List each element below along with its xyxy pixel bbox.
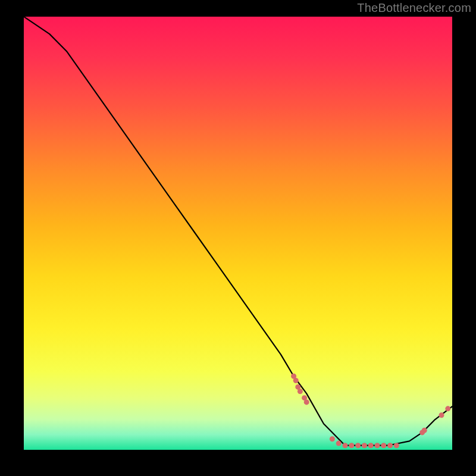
plot-area	[24, 17, 452, 450]
data-marker	[381, 443, 386, 448]
data-marker	[304, 399, 309, 405]
data-marker	[298, 389, 303, 394]
data-marker	[355, 443, 361, 448]
data-marker	[375, 443, 380, 448]
data-marker	[330, 436, 335, 441]
data-marker	[362, 443, 367, 448]
data-marker	[439, 412, 444, 418]
data-marker	[343, 443, 348, 448]
data-marker	[368, 443, 374, 448]
chart-frame: TheBottlenecker.com	[0, 0, 476, 476]
data-marker	[445, 406, 450, 411]
data-marker	[336, 441, 342, 446]
data-marker	[293, 378, 299, 383]
data-marker	[349, 443, 354, 448]
data-marker	[394, 443, 399, 448]
data-marker	[387, 443, 393, 448]
data-marker	[422, 428, 427, 433]
attribution-text: TheBottlenecker.com	[357, 1, 471, 15]
chart-svg	[24, 17, 452, 450]
